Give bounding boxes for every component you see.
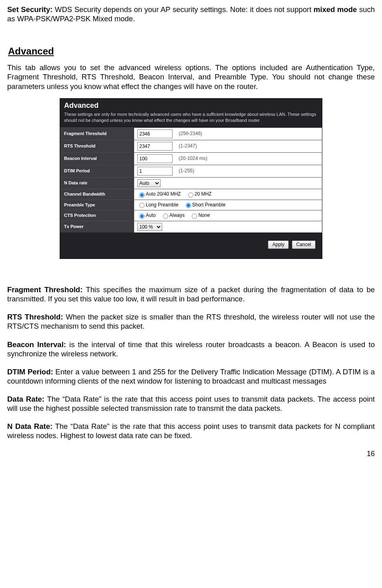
set-security-paragraph: Set Security: WDS Security depends on yo… [7,5,375,23]
preamble-opt2-text: Short Preamble [192,202,225,208]
def-ndata-text: The “Data Rate” is the rate that this ac… [7,422,375,440]
preamble-type-label: Preamble Type [60,200,134,210]
rts-threshold-range: (1-2347) [179,143,197,149]
preamble-radio-long-input[interactable] [139,203,145,208]
def-datarate-text: The “Data Rate” is the rate that this ac… [7,395,375,412]
cts-protection-label: CTS Protection [60,210,134,221]
panel-title: Advanced [60,99,322,111]
panel-subtitle: These settings are only for more technic… [60,111,322,127]
cbw-opt2-text: 20 MHZ [195,191,212,197]
cts-radio-none[interactable]: None [190,212,210,218]
def-rts: RTS Threshold: When the packet size is s… [7,312,375,331]
preamble-opt1-text: Long Preamble [146,202,178,208]
def-datarate-label: Data Rate: [7,395,44,403]
cts-opt3-text: None [198,212,210,218]
dtim-period-label: DTIM Period [60,165,134,177]
page-number: 16 [7,449,375,459]
beacon-interval-range: (20-1024 ms) [179,156,207,161]
fragment-threshold-label: Fragment Threshold [60,127,134,140]
apply-button[interactable]: Apply [268,240,289,249]
fragment-threshold-range: (256-2346) [179,131,202,136]
def-beacon-label: Beacon Interval: [7,340,66,349]
dtim-period-input[interactable] [137,167,173,176]
cts-radio-auto-input[interactable] [139,214,145,219]
def-beacon: Beacon Interval: is the interval of time… [7,340,375,358]
channel-bandwidth-label: Channel Bandwidth [60,189,134,200]
cts-radio-always-input[interactable] [163,214,168,219]
def-ndata: N Data Rate: The “Data Rate” is the rate… [7,422,375,440]
n-data-rate-label: N Data rate [60,177,134,189]
preamble-radio-short[interactable]: Short Preamble [184,202,225,208]
cts-opt1-text: Auto [146,212,156,218]
set-security-mixed-mode: mixed mode [314,5,357,14]
def-dtim-label: DTIM Period: [7,368,53,376]
fragment-threshold-input[interactable] [137,129,173,138]
advanced-panel: Advanced These settings are only for mor… [60,98,322,259]
cbw-radio-auto[interactable]: Auto 20/40 MHZ [137,191,181,197]
beacon-interval-input[interactable] [137,154,173,163]
cts-radio-auto[interactable]: Auto [137,212,156,218]
def-dtim: DTIM Period: Enter a value between 1 and… [7,367,375,386]
def-fragment-label: Fragment Threshold: [7,285,82,294]
def-dtim-text: Enter a value between 1 and 255 for the … [7,368,375,385]
tx-power-label: Tx Power [60,221,134,233]
beacon-interval-label: Beacon Interval [60,152,134,165]
n-data-rate-select[interactable]: Auto [137,179,161,187]
preamble-radio-long[interactable]: Long Preamble [137,202,178,208]
def-fragment: Fragment Threshold: This specifies the m… [7,285,375,303]
rts-threshold-input[interactable] [137,142,173,151]
set-security-label: Set Security: [7,5,52,14]
cts-radio-none-input[interactable] [192,214,197,219]
set-security-text-1: WDS Security depends on your AP security… [52,5,314,14]
cbw-radio-auto-input[interactable] [139,192,145,198]
rts-threshold-label: RTS Threshold [60,140,134,152]
cts-radio-always[interactable]: Always [161,212,185,218]
cbw-opt1-text: Auto 20/40 MHZ [146,191,181,197]
advanced-heading: Advanced [8,45,375,57]
def-datarate: Data Rate: The “Data Rate” is the rate t… [7,394,375,413]
cbw-radio-20[interactable]: 20 MHZ [186,191,212,197]
cts-opt2-text: Always [169,212,185,218]
advanced-settings-table: Fragment Threshold (256-2346) RTS Thresh… [60,127,322,232]
def-ndata-label: N Data Rate: [7,422,52,430]
tx-power-select[interactable]: 100 % [137,223,162,231]
def-rts-label: RTS Threshold: [7,313,63,321]
preamble-radio-short-input[interactable] [186,203,191,208]
dtim-period-range: (1-255) [179,168,194,174]
cancel-button[interactable]: Cancel [292,240,316,249]
advanced-description: This tab allows you to set the advanced … [7,63,375,91]
cbw-radio-20-input[interactable] [188,192,193,198]
